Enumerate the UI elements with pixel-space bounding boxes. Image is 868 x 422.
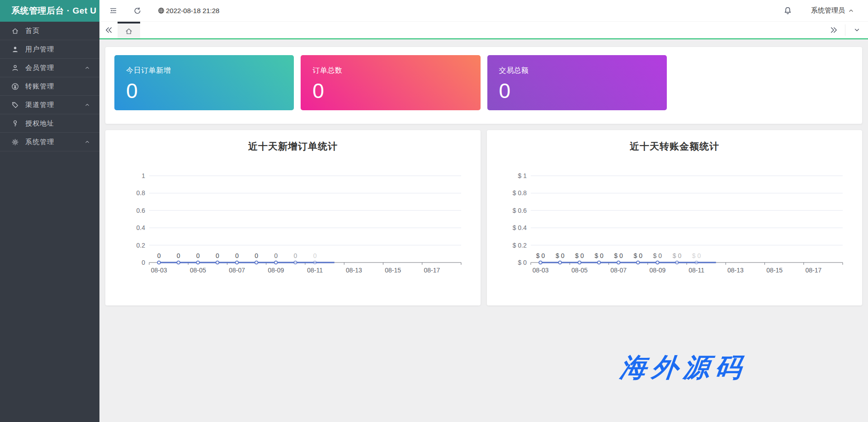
sidebar-item-transfers[interactable]: 转账管理 [0,77,99,96]
svg-text:08-05: 08-05 [190,267,206,274]
stat-card-label: 交易总额 [499,66,655,75]
svg-text:$ 0: $ 0 [653,252,662,259]
svg-text:$ 0: $ 0 [673,252,682,259]
chart-card: 近十天转账金额统计 $ 1$ 0.8$ 0.6$ 0.4$ 0.2$ 008-0… [487,130,862,305]
tab-home[interactable] [118,22,140,38]
sidebar-item-channels[interactable]: 渠道管理 [0,96,99,114]
svg-text:08-09: 08-09 [268,267,284,274]
channel-tag-icon [11,101,19,109]
stat-card: 交易总额0 [487,55,667,110]
chart-title: 近十天转账金额统计 [487,140,862,153]
svg-text:0: 0 [177,252,180,259]
svg-text:$ 0: $ 0 [594,252,604,259]
svg-text:$ 1: $ 1 [518,172,527,179]
svg-text:08-09: 08-09 [649,267,665,274]
sidebar-item-label: 用户管理 [25,45,90,54]
svg-text:08-13: 08-13 [346,267,362,274]
stat-card-value: 0 [126,80,282,102]
svg-text:1: 1 [142,172,145,179]
home-icon [11,27,19,35]
svg-text:08-15: 08-15 [766,267,783,274]
notifications-bell-button[interactable] [781,5,794,17]
refresh-button[interactable] [131,5,144,17]
stat-cards-panel: 今日订单新增0订单总数0交易总额0 [105,47,862,124]
svg-text:08-05: 08-05 [571,267,588,274]
svg-text:08-07: 08-07 [610,267,627,274]
svg-text:$ 0: $ 0 [518,259,527,266]
sidebar-item-label: 首页 [25,27,90,35]
stat-card-value: 0 [312,80,468,102]
svg-text:0: 0 [196,252,200,259]
svg-text:0: 0 [157,252,161,259]
svg-text:$ 0.4: $ 0.4 [513,224,527,231]
transfer-yen-icon [11,83,19,90]
topbar-right: 系统管理员 [781,5,868,17]
sidebar: 系统管理后台 · Get U 首页用户管理会员管理转账管理渠道管理授权地址系统管… [0,0,99,422]
svg-text:$ 0.2: $ 0.2 [513,242,527,249]
svg-text:$ 0.6: $ 0.6 [513,207,527,214]
brand-header: 系统管理后台 · Get U [0,0,99,22]
sidebar-item-label: 系统管理 [25,138,84,146]
sidebar-item-label: 会员管理 [25,64,84,72]
svg-text:$ 0: $ 0 [633,252,642,259]
brand-title: 系统管理后台 · Get U [11,5,97,17]
stat-card: 订单总数0 [301,55,480,110]
watermark: 海外源码 [618,350,749,385]
scroll-tabs-right-button[interactable] [822,22,845,38]
svg-text:0.8: 0.8 [137,189,146,197]
chevron-up-icon [848,7,854,14]
svg-text:08-11: 08-11 [689,267,704,274]
line-chart: 10.80.60.40.2008-0308-0508-0708-0908-110… [105,159,481,295]
svg-text:0: 0 [235,252,239,259]
chevron-up-icon [84,139,90,145]
tabs-dropdown-button[interactable] [845,22,868,38]
svg-text:0: 0 [255,252,258,259]
sidebar-item-members[interactable]: 会员管理 [0,59,99,77]
svg-text:0.2: 0.2 [137,242,146,249]
sidebar-item-label: 授权地址 [25,119,90,128]
chart-card: 近十天新增订单统计 10.80.60.40.2008-0308-0508-070… [105,130,481,305]
server-time-text: 2022-08-18 21:28 [166,7,219,14]
charts-row: 近十天新增订单统计 10.80.60.40.2008-0308-0508-070… [105,130,862,305]
system-gear-icon [11,138,19,146]
chevron-up-icon [84,102,90,108]
globe-icon [157,7,165,14]
sidebar-item-addresses[interactable]: 授权地址 [0,114,99,133]
svg-text:0: 0 [294,252,297,259]
chevron-up-icon [84,65,90,71]
address-key-icon [11,120,19,127]
stat-card-label: 订单总数 [312,66,468,75]
svg-text:08-17: 08-17 [424,267,440,274]
admin-menu[interactable]: 系统管理员 [811,6,854,15]
topbar: 2022-08-18 21:28 系统管理员 [99,0,868,22]
svg-text:08-13: 08-13 [727,267,744,274]
svg-text:$ 0.8: $ 0.8 [513,189,527,197]
sidebar-item-label: 渠道管理 [25,101,84,109]
svg-text:$ 0: $ 0 [556,252,565,259]
svg-text:08-11: 08-11 [307,267,323,274]
stat-card-value: 0 [499,80,655,102]
stat-card-label: 今日订单新增 [126,66,282,75]
sidebar-menu: 首页用户管理会员管理转账管理渠道管理授权地址系统管理 [0,22,99,151]
server-time: 2022-08-18 21:28 [157,7,219,14]
svg-text:08-03: 08-03 [151,267,167,274]
chart-title: 近十天新增订单统计 [105,140,481,153]
sidebar-item-system[interactable]: 系统管理 [0,133,99,151]
user-icon [11,46,19,53]
line-chart: $ 1$ 0.8$ 0.6$ 0.4$ 0.2$ 008-0308-0508-0… [487,159,862,295]
svg-text:0: 0 [216,252,219,259]
sidebar-item-users[interactable]: 用户管理 [0,40,99,59]
member-icon [11,64,19,72]
stat-card: 今日订单新增0 [114,55,294,110]
tab-bar-right [822,22,868,38]
scroll-tabs-left-button[interactable] [99,22,118,38]
svg-text:0: 0 [142,259,145,266]
svg-text:08-07: 08-07 [229,267,245,274]
svg-text:0.4: 0.4 [137,224,146,231]
svg-text:0: 0 [274,252,278,259]
sidebar-item-home[interactable]: 首页 [0,22,99,40]
sidebar-item-label: 转账管理 [25,82,90,91]
svg-text:08-15: 08-15 [385,267,401,274]
collapse-sidebar-button[interactable] [107,5,119,17]
main-content: 今日订单新增0订单总数0交易总额0 近十天新增订单统计 10.80.60.40.… [99,40,868,422]
